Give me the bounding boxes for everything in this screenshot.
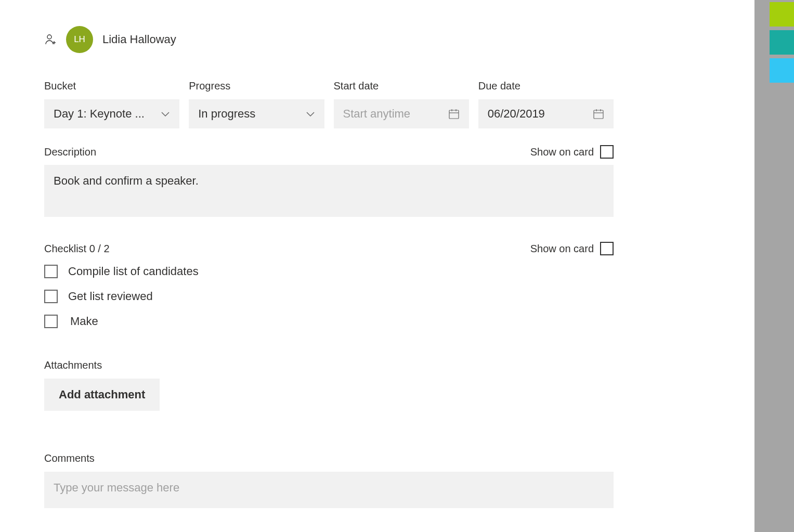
bucket-field: Bucket Day 1: Keynote ... [44,80,179,128]
checklist-item-text: Make [70,315,98,328]
svg-point-0 [47,35,51,39]
bucket-value: Day 1: Keynote ... [54,107,145,121]
checkbox-icon[interactable] [44,290,58,303]
label-tab-sky[interactable] [770,58,794,83]
checkbox-icon [600,145,614,159]
attachments-label: Attachments [44,359,614,371]
checkbox-icon[interactable] [44,265,58,278]
assignee-name: Lidia Halloway [102,33,176,46]
show-on-card-label: Show on card [530,243,594,255]
description-show-on-card[interactable]: Show on card [530,145,614,159]
checklist-items: Compile list of candidates Get list revi… [44,265,614,328]
due-date-value: 06/20/2019 [488,107,545,121]
checklist-header: Checklist 0 / 2 Show on card [44,242,614,255]
checklist-item[interactable]: Make [44,315,614,328]
checklist-label: Checklist 0 / 2 [44,243,110,255]
show-on-card-label: Show on card [530,146,594,158]
bucket-label: Bucket [44,80,179,92]
start-date-field: Start date Start anytime [334,80,469,128]
add-person-icon[interactable] [44,33,57,46]
checklist-item[interactable]: Compile list of candidates [44,265,614,278]
checklist-show-on-card[interactable]: Show on card [530,242,614,255]
label-tab-teal[interactable] [770,30,794,55]
progress-field: Progress In progress [189,80,324,128]
calendar-icon [448,108,460,120]
assignee-avatar[interactable]: LH [66,26,93,53]
add-attachment-button[interactable]: Add attachment [44,379,160,411]
side-strip [754,0,794,532]
avatar-initials: LH [74,34,85,45]
comments-placeholder: Type your message here [54,481,179,494]
progress-select[interactable]: In progress [189,99,324,128]
checklist-item-text: Get list reviewed [68,290,153,303]
chevron-down-icon [161,111,170,117]
description-header: Description Show on card [44,145,614,159]
label-tab-lime[interactable] [770,2,794,27]
description-text: Book and confirm a speaker. [54,174,199,187]
description-label: Description [44,146,96,158]
attachments-section: Attachments Add attachment [44,359,614,411]
svg-rect-13 [594,110,603,119]
checklist-item-text: Compile list of candidates [68,265,199,278]
due-date-label: Due date [478,80,614,92]
assignee-row: LH Lidia Halloway [44,26,614,53]
bucket-select[interactable]: Day 1: Keynote ... [44,99,179,128]
start-date-label: Start date [334,80,469,92]
comments-label: Comments [44,452,614,464]
comments-input[interactable]: Type your message here [44,472,614,508]
start-date-input[interactable]: Start anytime [334,99,469,128]
field-grid: Bucket Day 1: Keynote ... Progress In pr… [44,80,614,128]
due-date-field: Due date 06/20/2019 [478,80,614,128]
progress-label: Progress [189,80,324,92]
svg-rect-3 [449,110,459,119]
checklist-item[interactable]: Get list reviewed [44,290,614,303]
progress-value: In progress [198,107,255,121]
description-textarea[interactable]: Book and confirm a speaker. [44,165,614,217]
chevron-down-icon [306,111,315,117]
checkbox-icon[interactable] [44,315,58,328]
checkbox-icon [600,242,614,255]
due-date-input[interactable]: 06/20/2019 [478,99,614,128]
calendar-icon [593,108,604,120]
task-detail-panel: LH Lidia Halloway Bucket Day 1: Keynote … [0,0,658,532]
start-date-placeholder: Start anytime [343,107,411,121]
